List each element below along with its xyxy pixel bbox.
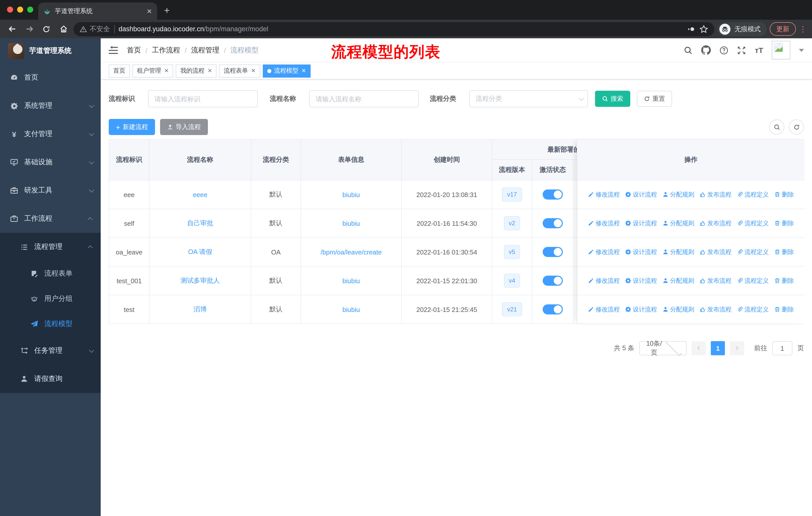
browser-tab[interactable]: 芋道管理系统 ✕ [38, 2, 157, 20]
active-toggle[interactable] [543, 276, 563, 286]
process-definition-link[interactable]: 流程定义 [737, 305, 769, 314]
form-info-link[interactable]: /bpm/oa/leave/create [321, 248, 382, 256]
sidebar-item-process-model[interactable]: 流程模型 [0, 311, 101, 336]
process-name-link[interactable]: OA 请假 [188, 247, 212, 256]
delete-link[interactable]: 删除 [774, 190, 794, 199]
tag-process-form[interactable]: 流程表单✕ [219, 64, 260, 77]
sidebar-item-leave-query[interactable]: 请假查询 [0, 365, 101, 393]
breadcrumb-workflow[interactable]: 工作流程 [152, 46, 180, 55]
process-definition-link[interactable]: 流程定义 [737, 190, 769, 199]
version-badge[interactable]: v17 [502, 187, 522, 201]
home-icon[interactable] [56, 22, 70, 36]
close-icon[interactable]: ✕ [301, 67, 306, 74]
sidebar-item-workflow[interactable]: 工作流程 [0, 205, 101, 233]
collapse-sidebar-icon[interactable] [109, 47, 118, 54]
delete-link[interactable]: 删除 [774, 276, 794, 285]
bookmark-star-icon[interactable] [699, 24, 708, 33]
version-badge[interactable]: v21 [502, 302, 522, 317]
url-bar[interactable]: 不安全 dashboard.yudao.iocoder.cn/bpm/manag… [74, 22, 714, 36]
design-process-link[interactable]: 设计流程 [625, 248, 657, 256]
sidebar-item-task-mgmt[interactable]: 任务管理 [0, 336, 101, 365]
edit-process-link[interactable]: 修改流程 [588, 219, 620, 227]
assign-rule-link[interactable]: 分配规则 [663, 276, 694, 285]
form-info-link[interactable]: biubiu [342, 191, 360, 198]
avatar-caret-icon[interactable] [799, 49, 804, 54]
assign-rule-link[interactable]: 分配规则 [663, 305, 694, 314]
delete-link[interactable]: 删除 [774, 248, 794, 256]
goto-page-input[interactable] [772, 341, 792, 355]
active-toggle[interactable] [543, 304, 563, 315]
breadcrumb-home[interactable]: 首页 [127, 46, 141, 55]
publish-process-link[interactable]: 发布流程 [700, 276, 731, 285]
close-window-button[interactable] [7, 6, 13, 12]
help-icon[interactable] [720, 46, 729, 55]
process-definition-link[interactable]: 流程定义 [737, 219, 769, 227]
forward-icon[interactable] [22, 22, 36, 36]
assign-rule-link[interactable]: 分配规则 [663, 219, 694, 227]
sidebar-item-devtools[interactable]: 研发工具 [0, 176, 101, 205]
active-toggle[interactable] [543, 218, 563, 228]
reset-button[interactable]: 重置 [637, 91, 672, 107]
page-number-current[interactable]: 1 [711, 341, 725, 355]
browser-menu-icon[interactable]: ⋮ [799, 24, 807, 33]
sidebar-item-user-group[interactable]: 用户分组 [0, 286, 101, 311]
sidebar-item-infra[interactable]: 基础设施 [0, 148, 101, 176]
sidebar-item-process-form[interactable]: 流程表单 [0, 261, 101, 286]
refresh-button[interactable] [789, 119, 804, 135]
tag-tenant[interactable]: 租户管理✕ [133, 64, 173, 77]
design-process-link[interactable]: 设计流程 [625, 276, 657, 285]
process-name-link[interactable]: 自己审批 [187, 219, 213, 228]
sidebar-item-pay[interactable]: ¥ 支付管理 [0, 120, 101, 148]
design-process-link[interactable]: 设计流程 [625, 219, 657, 227]
font-size-icon[interactable]: ᴛT [755, 46, 763, 54]
edit-process-link[interactable]: 修改流程 [588, 248, 620, 256]
update-button[interactable]: 更新 [770, 22, 796, 36]
reload-icon[interactable] [39, 22, 53, 36]
process-name-link[interactable]: eeee [193, 191, 207, 198]
form-info-link[interactable]: biubiu [342, 306, 360, 313]
edit-process-link[interactable]: 修改流程 [588, 305, 620, 314]
form-info-link[interactable]: biubiu [342, 277, 360, 284]
close-icon[interactable]: ✕ [207, 67, 212, 74]
edit-process-link[interactable]: 修改流程 [588, 190, 620, 199]
version-badge[interactable]: v4 [504, 274, 520, 288]
publish-process-link[interactable]: 发布流程 [700, 305, 731, 314]
zoom-window-button[interactable] [27, 6, 33, 12]
avatar[interactable] [772, 41, 790, 59]
publish-process-link[interactable]: 发布流程 [700, 248, 731, 256]
delete-link[interactable]: 删除 [774, 305, 794, 314]
process-name-link[interactable]: 测试多审批人 [180, 276, 220, 285]
publish-process-link[interactable]: 发布流程 [700, 190, 731, 199]
sidebar-item-system[interactable]: 系统管理 [0, 92, 101, 120]
security-warning[interactable]: 不安全 [80, 24, 110, 33]
design-process-link[interactable]: 设计流程 [625, 190, 657, 199]
toggle-search-button[interactable] [769, 119, 784, 135]
active-toggle[interactable] [543, 189, 563, 199]
fullscreen-icon[interactable] [737, 46, 746, 55]
delete-link[interactable]: 删除 [774, 219, 794, 227]
edit-process-link[interactable]: 修改流程 [588, 276, 620, 285]
process-id-input[interactable] [148, 90, 258, 107]
design-process-link[interactable]: 设计流程 [625, 305, 657, 314]
process-name-link[interactable]: 滔博 [194, 305, 207, 314]
minimize-window-button[interactable] [17, 6, 23, 12]
active-toggle[interactable] [543, 247, 563, 257]
search-icon[interactable] [684, 46, 693, 55]
search-button[interactable]: 搜索 [595, 91, 630, 107]
window-controls[interactable] [7, 6, 33, 12]
breadcrumb-process-mgmt[interactable]: 流程管理 [191, 46, 220, 55]
create-process-button[interactable]: +新建流程 [109, 119, 155, 135]
assign-rule-link[interactable]: 分配规则 [663, 248, 694, 256]
version-badge[interactable]: v5 [504, 245, 520, 259]
version-badge[interactable]: v2 [504, 216, 520, 230]
prev-page-button[interactable] [692, 341, 706, 355]
close-icon[interactable]: ✕ [164, 67, 169, 74]
tab-close-icon[interactable]: ✕ [146, 7, 152, 15]
tag-process-model[interactable]: 流程模型✕ [263, 64, 310, 77]
tag-my-process[interactable]: 我的流程✕ [176, 64, 216, 77]
assign-rule-link[interactable]: 分配规则 [663, 190, 694, 199]
publish-process-link[interactable]: 发布流程 [700, 219, 731, 227]
import-process-button[interactable]: 导入流程 [160, 119, 208, 135]
tag-home[interactable]: 首页 [109, 64, 130, 77]
form-info-link[interactable]: biubiu [342, 219, 360, 227]
